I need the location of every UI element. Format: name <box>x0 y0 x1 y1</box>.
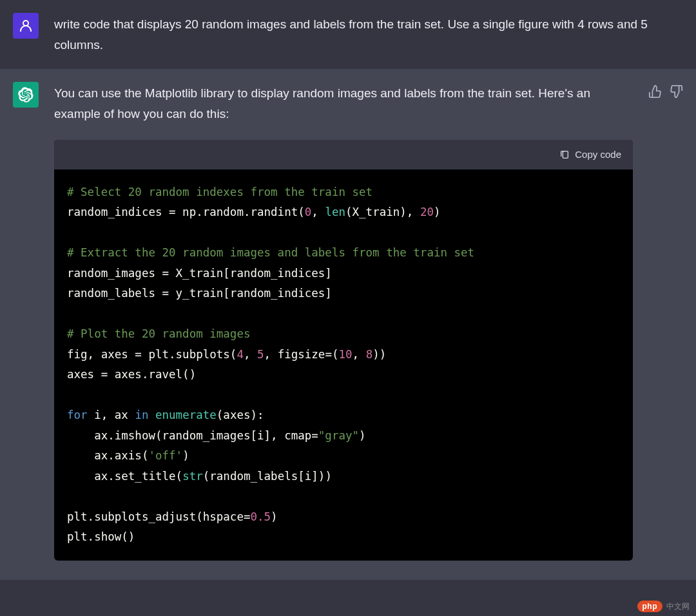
assistant-avatar <box>13 82 39 108</box>
openai-icon <box>18 87 34 102</box>
watermark: php 中文网 <box>637 601 690 612</box>
copy-code-button[interactable]: Copy code <box>559 146 621 163</box>
user-message-row: write code that displays 20 random image… <box>0 0 696 69</box>
svg-rect-1 <box>563 151 568 159</box>
code-header: Copy code <box>54 140 633 169</box>
assistant-intro-text: You can use the Matplotlib library to di… <box>54 83 633 125</box>
assistant-message-row: You can use the Matplotlib library to di… <box>0 69 696 580</box>
code-block: Copy code # Select 20 random indexes fro… <box>54 140 633 561</box>
thumbs-up-icon[interactable] <box>648 84 662 99</box>
clipboard-icon <box>559 149 570 160</box>
copy-code-label: Copy code <box>575 146 621 163</box>
user-avatar <box>13 13 39 39</box>
message-actions <box>648 82 683 561</box>
person-icon <box>18 18 34 34</box>
watermark-text: 中文网 <box>666 601 690 612</box>
code-body: # Select 20 random indexes from the trai… <box>54 169 633 561</box>
user-message-text: write code that displays 20 random image… <box>54 13 683 56</box>
assistant-message-content: You can use the Matplotlib library to di… <box>54 82 633 561</box>
thumbs-down-icon[interactable] <box>669 84 683 99</box>
watermark-badge: php <box>637 601 663 612</box>
svg-point-0 <box>23 21 28 26</box>
